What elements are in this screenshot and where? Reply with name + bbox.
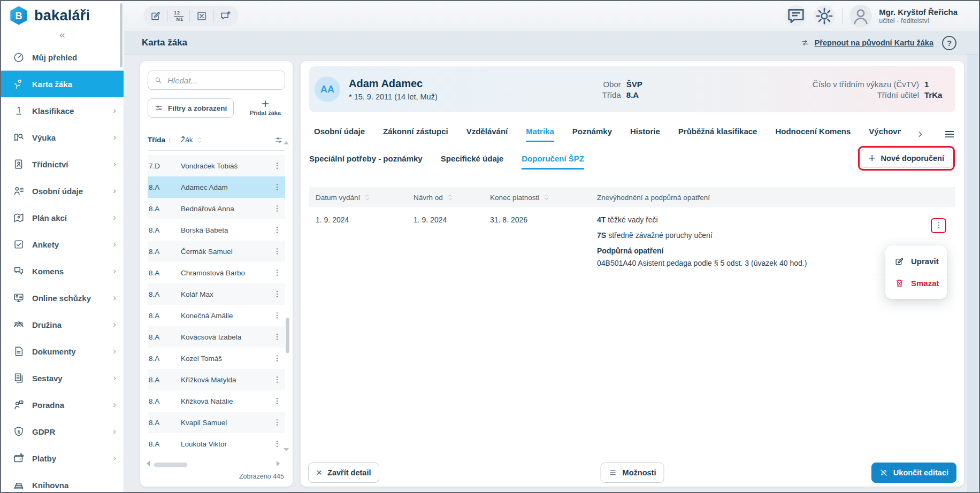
tabs-overflow-chevron-icon[interactable] (916, 130, 924, 138)
sidebar-item-poradna[interactable]: Poradna › (1, 391, 124, 418)
tab-hodnoceni-komens[interactable]: Hodnocení Komens (775, 127, 851, 142)
tab-poznamky[interactable]: Poznámky (572, 127, 612, 142)
list-horizontal-scrollbar[interactable] (154, 463, 187, 467)
list-item[interactable]: 8.A Kolář Max (148, 283, 285, 305)
row-kebab-icon[interactable] (270, 375, 284, 384)
sidebar-collapse-icon[interactable]: « (1, 26, 124, 42)
sidebar-item-klasifikace[interactable]: Klasifikace › (1, 97, 124, 124)
sidebar-scrollbar[interactable] (120, 3, 122, 67)
sidebar-item-dokumenty[interactable]: Dokumenty › (1, 338, 124, 365)
sidebar-item-online-schuzky[interactable]: Online schůzky › (1, 284, 124, 311)
tab-vzdelavani[interactable]: Vzdělávání (466, 127, 508, 142)
column-konec-platnosti[interactable]: Konec platnosti (490, 194, 597, 202)
sidebar-item-ankety[interactable]: Ankety › (1, 231, 124, 258)
row-kebab-icon[interactable] (270, 290, 284, 298)
absence-icon[interactable] (196, 10, 208, 22)
scroll-up-icon[interactable] (284, 141, 289, 144)
filters-button[interactable]: Filtry a zobrazení (148, 98, 234, 118)
tab-historie[interactable]: Historie (630, 127, 660, 142)
subtab-specialni-potreby[interactable]: Speciální potřeby - poznámky (309, 154, 423, 170)
row-kebab-icon[interactable] (270, 333, 284, 341)
page-scrollbar[interactable] (967, 55, 978, 492)
row-kebab-icon[interactable] (270, 311, 284, 320)
column-settings-icon[interactable] (274, 136, 283, 144)
list-item[interactable]: 8.A Konečná Amálie (148, 305, 285, 326)
column-navrh-od[interactable]: Návrh od (414, 194, 490, 202)
subtab-doporuceni-spz[interactable]: Doporučení ŠPZ (522, 154, 584, 170)
user-avatar[interactable] (849, 5, 872, 27)
row-actions-kebab-icon[interactable] (935, 221, 943, 231)
list-item[interactable]: 8.A Borská Babeta (148, 219, 285, 241)
scroll-right-icon[interactable] (277, 461, 280, 466)
finish-editing-button[interactable]: Ukončit editaci (871, 463, 956, 483)
sidebar-item-osobni-udaje[interactable]: Osobní údaje › (1, 178, 124, 204)
chat-icon[interactable] (785, 5, 807, 27)
sidebar-item-knihovna[interactable]: Knihovna (1, 472, 124, 493)
table-row[interactable]: 1. 9. 2024 1. 9. 2024 31. 8. 2026 4Ttěžk… (309, 207, 955, 274)
row-kebab-icon[interactable] (270, 226, 284, 234)
column-datum-vydani[interactable]: Datum vydání (309, 194, 414, 202)
tab-matrika[interactable]: Matrika (526, 127, 554, 142)
list-item[interactable]: 8.A Křižková Natálie (148, 390, 285, 412)
options-button[interactable]: Možnosti (601, 463, 664, 483)
list-item[interactable]: 8.A Chramostová Barbo (148, 262, 285, 283)
sidebar-item-druzina[interactable]: Družina › (1, 311, 124, 338)
sidebar-item-sestavy[interactable]: Sestavy › (1, 365, 124, 391)
detail-footer: × Zavřít detail Možnosti Ukončit editaci (308, 463, 956, 483)
gear-icon[interactable] (814, 5, 835, 27)
row-student-name: Vondráček Tobiáš (181, 162, 270, 170)
list-item[interactable]: 8.A Čermák Samuel (148, 241, 285, 262)
tab-vychovna-opatreni[interactable]: Výchovná op (869, 127, 901, 142)
close-detail-button[interactable]: × Zavřít detail (308, 463, 379, 483)
new-recommendation-button[interactable]: + Nové doporučení (861, 149, 952, 168)
switch-to-original-link[interactable]: Přepnout na původní Kartu žáka (815, 38, 933, 47)
subtab-specificke-udaje[interactable]: Specifické údaje (441, 154, 504, 170)
row-kebab-icon[interactable] (270, 354, 284, 363)
help-icon[interactable]: ? (942, 36, 956, 50)
sidebar-item-komens[interactable]: Komens › (1, 258, 124, 284)
list-item[interactable]: 8.A Kovácsová Izabela (148, 326, 285, 348)
row-kebab-icon[interactable] (270, 440, 284, 448)
list-item[interactable]: 8.A Loukota Viktor (148, 433, 285, 455)
list-item[interactable]: 7.D Vondráček Tobiáš (148, 155, 285, 176)
column-student[interactable]: Žák (181, 136, 274, 144)
menu-item-edit[interactable]: Upravit (885, 250, 947, 272)
menu-item-delete[interactable]: Smazat (885, 272, 947, 294)
cell-konec-platnosti: 31. 8. 2026 (490, 215, 597, 267)
sidebar-item-plan-akci[interactable]: Plán akcí › (1, 204, 124, 231)
list-item[interactable]: 8.A Křížková Matylda (148, 369, 285, 390)
row-kebab-icon[interactable] (270, 247, 284, 256)
grade-entry-icon[interactable]: 12 N1 (174, 11, 183, 22)
tab-prubezna-klasifikace[interactable]: Průběžná klasifikace (678, 127, 757, 142)
sidebar-item-karta-zaka[interactable]: Karta žáka (1, 71, 124, 97)
user-info[interactable]: Mgr. Kryštof Řeřicha učitel - ředitelstv… (879, 7, 958, 25)
tab-osobni-udaje[interactable]: Osobní údaje (314, 127, 365, 142)
scroll-down-icon[interactable] (284, 448, 289, 451)
list-vertical-scrollbar[interactable] (286, 318, 289, 353)
row-kebab-icon[interactable] (270, 161, 284, 170)
scroll-left-icon[interactable] (147, 461, 150, 466)
row-kebab-icon[interactable] (270, 183, 284, 191)
list-item[interactable]: 8.A Kvapil Samuel (148, 412, 285, 433)
row-kebab-icon[interactable] (270, 418, 284, 427)
row-kebab-icon[interactable] (270, 268, 284, 277)
list-item[interactable]: 8.A Kozel Tomáš (148, 348, 285, 369)
sidebar-item-tridnictvi[interactable]: Třídnictví › (1, 151, 124, 178)
edit-note-icon[interactable] (150, 10, 162, 22)
add-student-button[interactable]: + Přidat žáka (250, 98, 285, 116)
list-item[interactable]: 8.A Bednářová Anna (148, 198, 285, 219)
brand-logo[interactable]: B bakaláři (1, 1, 124, 26)
surveys-icon (13, 238, 25, 250)
sidebar-item-gdpr[interactable]: § GDPR › (1, 418, 124, 445)
sidebar-item-muj-prehled[interactable]: Můj přehled (1, 44, 124, 71)
tabs-menu-icon[interactable] (944, 128, 955, 140)
list-item[interactable]: 8.A Adamec Adam (148, 176, 285, 198)
sidebar-item-platby[interactable]: Platby › (1, 445, 124, 472)
row-kebab-icon[interactable] (270, 204, 284, 213)
sidebar-item-vyuka[interactable]: Výuka › (1, 124, 124, 151)
column-class[interactable]: Třída ↑ (148, 136, 181, 144)
new-message-icon[interactable] (220, 10, 232, 22)
search-input[interactable] (167, 76, 279, 85)
row-kebab-icon[interactable] (270, 397, 284, 405)
tab-zakonni-zastupci[interactable]: Zákonní zástupci (383, 127, 448, 142)
